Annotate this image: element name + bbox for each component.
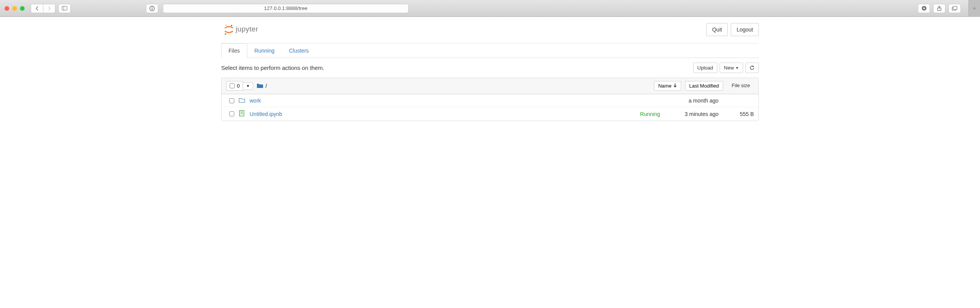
chevron-right-icon [47,6,51,11]
svg-point-3 [152,7,152,8]
new-button[interactable]: New ▼ [720,63,743,73]
back-button[interactable] [31,4,43,13]
select-all-box[interactable]: 0 [226,81,243,91]
tab-files[interactable]: Files [221,43,247,58]
window-controls [5,6,25,11]
row-modified: 3 minutes ago [665,111,718,117]
arrow-down-icon [673,83,677,89]
share-icon [937,6,942,11]
info-icon [149,6,155,11]
jupyter-logo[interactable]: jupyter [221,24,271,35]
url-text: 127.0.0.1:8888/tree [264,5,308,11]
sort-modified-button[interactable]: Last Modified [685,81,723,91]
jupyter-logo-icon: jupyter [221,24,271,35]
row-size: 555 B [723,111,754,117]
maximize-window-icon[interactable] [20,6,25,11]
downloads-button[interactable] [918,4,930,13]
hint-text: Select items to perform actions on them. [221,65,324,71]
row-checkbox[interactable] [229,98,234,103]
select-all-checkbox[interactable] [230,83,235,88]
breadcrumb: / [257,83,267,89]
action-bar: Select items to perform actions on them.… [221,58,759,78]
tab-clusters[interactable]: Clusters [282,43,316,58]
tabs-button[interactable] [949,4,961,13]
jupyter-header: jupyter Quit Logout [221,17,759,43]
svg-point-10 [231,25,232,26]
sidebar-toggle-button[interactable] [58,4,71,13]
svg-rect-8 [953,6,957,9]
download-icon [922,6,927,11]
refresh-icon [750,65,755,70]
nav-buttons [31,4,55,13]
new-tab-button[interactable]: + [968,0,980,17]
minimize-window-icon[interactable] [12,6,17,11]
file-link[interactable]: Untitled.ipynb [250,111,282,117]
sort-name-button[interactable]: Name [654,81,681,91]
breadcrumb-separator: / [265,83,267,89]
svg-rect-0 [62,7,67,10]
file-listing: 0 ▼ / Name La [221,78,759,121]
forward-button [43,4,55,13]
svg-text:jupyter: jupyter [235,25,258,33]
svg-point-9 [226,25,227,26]
select-menu-toggle[interactable]: ▼ [243,82,253,90]
close-window-icon[interactable] [5,6,9,11]
upload-button[interactable]: Upload [693,63,717,73]
size-col-header: File size [727,81,754,91]
tabs-icon [952,6,957,11]
new-button-label: New [724,65,734,71]
notebook-icon [239,110,245,118]
file-link[interactable]: work [250,98,261,104]
listing-header: 0 ▼ / Name La [222,78,758,94]
tabs: Files Running Clusters [221,43,759,58]
sidebar-icon [62,6,67,10]
share-button[interactable] [933,4,945,13]
folder-home-icon[interactable] [257,83,263,89]
row-checkbox[interactable] [229,111,234,116]
refresh-button[interactable] [745,63,759,73]
chevron-left-icon [35,6,39,11]
browser-toolbar: 127.0.0.1:8888/tree + [0,0,980,17]
quit-button[interactable]: Quit [706,23,728,36]
caret-down-icon: ▼ [735,66,739,70]
folder-icon [239,98,245,104]
svg-rect-13 [240,111,244,116]
name-col-label: Name [658,83,672,89]
table-row: work a month ago [222,94,758,107]
svg-point-11 [225,33,226,35]
selected-count: 0 [237,83,240,89]
url-bar[interactable]: 127.0.0.1:8888/tree [163,4,409,13]
tab-running[interactable]: Running [247,43,282,58]
row-status: Running [640,111,660,117]
plus-icon: + [973,5,976,12]
logout-button[interactable]: Logout [731,23,759,36]
reader-mode-button[interactable] [146,4,158,13]
table-row: Untitled.ipynb Running 3 minutes ago 555… [222,107,758,121]
svg-rect-4 [152,8,152,10]
row-modified: a month ago [665,98,718,104]
